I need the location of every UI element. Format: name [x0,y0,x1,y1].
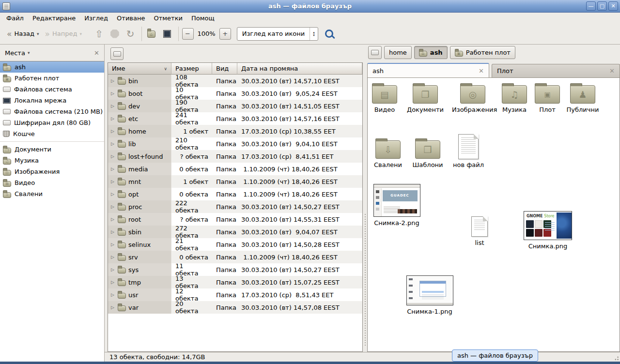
resize-grip[interactable] [613,355,619,361]
expander-icon[interactable]: ▷ [110,217,115,222]
menu-item[interactable]: Отиване [112,13,149,23]
expander-icon[interactable]: ▷ [110,192,115,197]
expander-icon[interactable]: ▷ [110,154,115,159]
table-row[interactable]: ▷ media 0 обекта Папка 1.10.2009 (чт) 18… [108,163,362,175]
table-row[interactable]: ▷ srv 0 обекта Папка 1.10.2009 (чт) 18,4… [108,251,362,263]
chevron-down-icon[interactable]: ▾ [28,50,30,55]
file-item-list[interactable]: list [463,216,496,247]
expander-icon[interactable]: ▷ [110,229,115,234]
sidebar-item-videos[interactable]: ▤ Видео [0,177,104,188]
sidebar-item-volume-210mb[interactable]: Файлова система (210 MB) [0,106,104,117]
expander-icon[interactable]: ▷ [110,129,115,134]
expander-icon[interactable]: ▷ [110,305,115,310]
sidebar-item-network[interactable]: Локална мрежа [0,95,104,106]
table-row[interactable]: ▷ var 20 обекта Папка 30.03.2010 (вт) 14… [108,301,362,314]
root-path-button[interactable] [110,47,124,60]
sidebar-item-downloads[interactable]: ⇩ Свалени [0,188,104,199]
file-item-music[interactable]: ♫ Музика [496,82,532,114]
file-item-documents[interactable]: ❐ Документи [403,82,447,114]
file-item-pictures[interactable]: ◎ Изображения [450,82,496,114]
table-row[interactable]: ▷ home 1 обект Папка 17.03.2010 (ср) 10,… [108,125,362,137]
file-item-snimka1[interactable]: Снимка-1.png [405,275,454,316]
table-row[interactable]: ▷ bin 108 обекта Папка 30.03.2010 (вт) 1… [108,75,362,87]
file-item-new-file[interactable]: нов файл [450,134,486,169]
expander-icon[interactable]: ▷ [110,116,115,121]
expander-icon[interactable]: ▷ [110,91,115,96]
places-title[interactable]: Места [5,49,25,57]
expander-icon[interactable]: ▷ [110,78,115,83]
sidebar-item-pictures[interactable]: ◎ Изображения [0,166,104,177]
expander-icon[interactable]: ▷ [110,204,115,209]
path-button-ash[interactable]: ⌂ ash [414,46,448,59]
file-item-desktop[interactable]: ▣ Плот [532,82,563,114]
table-row[interactable]: ▷ boot 10 обекта Папка 30.03.2010 (вт) 9… [108,87,362,100]
sidebar-close-icon[interactable]: ✕ [94,49,99,57]
tab-ash[interactable]: ash ✕ [367,63,489,77]
table-row[interactable]: ▷ lib 210 обекта Папка 30.03.2010 (вт) 9… [108,137,362,150]
file-item-downloads[interactable]: ⇩ Свалени [369,137,407,169]
expander-icon[interactable]: ▷ [110,167,115,171]
file-item-public[interactable]: ♟ Публични [563,82,602,114]
view-mode-select[interactable]: Изглед като икони ▴▾ [237,27,318,41]
menu-item[interactable]: Отметки [149,13,186,23]
column-header-name[interactable]: Име ∨ [108,63,171,75]
path-button-desktop[interactable]: ▣ Работен плот [450,46,515,59]
expander-icon[interactable]: ▷ [110,141,115,146]
file-item-snimka2[interactable]: GUADEC Снимка-2.png [372,184,421,227]
zoom-in-button[interactable]: + [219,28,231,40]
sidebar-item-home[interactable]: ⌂ ash [0,61,104,73]
menu-item[interactable]: Файл [2,13,28,23]
search-icon[interactable] [325,30,333,38]
maximize-button[interactable]: ▢ [597,1,607,11]
table-row[interactable]: ▷ tmp 13 обекта Папка 30.03.2010 (вт) 15… [108,276,362,288]
table-row[interactable]: ▷ selinux 21 обекта Папка 30.03.2010 (вт… [108,238,362,251]
close-button[interactable]: ✕ [608,1,618,11]
table-row[interactable]: ▷ proc 222 обекта Папка 30.03.2010 (вт) … [108,200,362,213]
file-item-videos[interactable]: ▤ Видео [367,82,403,114]
menu-item[interactable]: Изглед [80,13,112,23]
menu-item[interactable]: Редактиране [28,13,80,23]
sidebar-item-trash[interactable]: Кошче [0,128,104,139]
zoom-out-button[interactable]: − [182,28,194,40]
up-icon[interactable]: ⇧ [92,30,107,38]
minimize-button[interactable]: — [586,1,596,11]
tab-close-icon[interactable]: ✕ [609,67,615,75]
expander-icon[interactable]: ▷ [110,292,115,297]
forward-button[interactable]: » Напред ▾ [42,28,85,40]
column-header-type[interactable]: Вид [212,63,237,75]
expander-icon[interactable]: ▷ [110,255,115,259]
tab-close-icon[interactable]: ✕ [479,67,484,75]
sidebar-item-music[interactable]: ♫ Музика [0,155,104,166]
table-row[interactable]: ▷ mnt 1 обект Папка 1.10.2009 (чт) 18,40… [108,175,362,188]
tab-desktop[interactable]: Плот ✕ [492,64,620,77]
file-item-templates[interactable]: ❒ Шаблони [408,137,447,169]
table-row[interactable]: ▷ root ? обекта Папка 30.03.2010 (вт) 14… [108,213,362,226]
expander-icon[interactable]: ▷ [110,280,115,285]
table-row[interactable]: ▷ dev 190 обекта Папка 30.03.2010 (вт) 1… [108,100,362,112]
reload-icon[interactable]: ↻ [123,30,138,38]
table-row[interactable]: ▷ usr 12 обекта Папка 17.03.2010 (ср) 8,… [108,288,362,301]
back-dropdown-icon[interactable]: ▾ [37,31,39,36]
table-row[interactable]: ▷ etc 241 обекта Папка 30.03.2010 (вт) 1… [108,112,362,125]
expander-icon[interactable]: ▷ [110,179,115,184]
computer-icon[interactable] [163,30,171,38]
table-row[interactable]: ▷ opt 0 обекта Папка 1.10.2009 (чт) 18,4… [108,188,362,200]
home-icon[interactable]: ⌂ [147,30,155,38]
column-header-date[interactable]: Дата на промяна [237,63,362,75]
path-root-button[interactable] [368,46,382,59]
file-item-snimka[interactable]: GNOME Store Снимка.png [523,211,573,250]
expander-icon[interactable]: ▷ [110,104,115,108]
sidebar-item-desktop[interactable]: ▣ Работен плот [0,73,104,84]
column-header-size[interactable]: Размер [171,63,212,75]
menu-item[interactable]: Помощ [187,13,219,23]
table-row[interactable]: ▷ lost+found ? обекта Папка 17.03.2010 (… [108,150,362,163]
sidebar-item-encrypted-80gb[interactable]: Шифриран дял (80 GB) [0,117,104,128]
table-row[interactable]: ▷ sys 11 обекта Папка 30.03.2010 (вт) 14… [108,263,362,276]
sidebar-item-filesystem[interactable]: Файлова система [0,84,104,95]
back-button[interactable]: « Назад ▾ [4,28,42,40]
path-button-home[interactable]: home [384,46,412,59]
table-row[interactable]: ▷ sbin 272 обекта Папка 30.03.2010 (вт) … [108,226,362,238]
expander-icon[interactable]: ▷ [110,267,115,272]
sidebar-item-documents[interactable]: ❐ Документи [0,144,104,155]
expander-icon[interactable]: ▷ [110,242,115,247]
